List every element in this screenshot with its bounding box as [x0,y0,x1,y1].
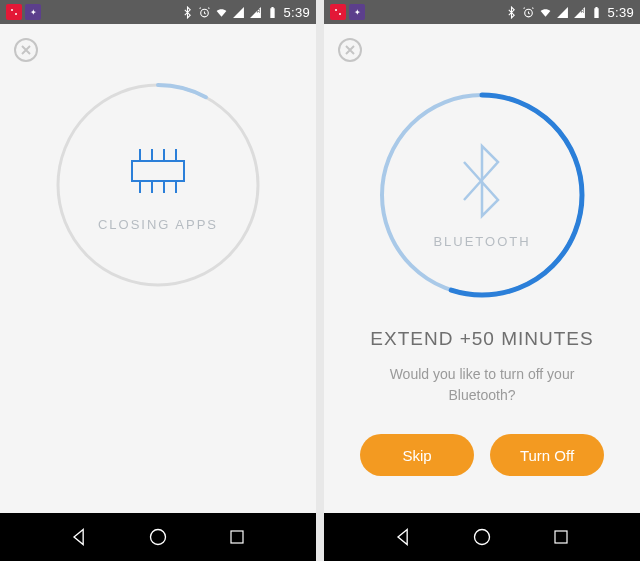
turn-off-button[interactable]: Turn Off [490,434,604,476]
clock-time: 5:39 [283,5,310,20]
svg-point-18 [335,9,337,11]
notification-app-icon [6,4,22,20]
back-button[interactable] [68,526,90,548]
svg-text:✦: ✦ [354,8,361,17]
progress-ring: CLOSING APPS [53,80,263,290]
android-nav-bar [0,513,316,561]
phone-screen-left: ✦ R 5:39 [0,0,316,561]
signal-icon [232,6,245,19]
prompt-text: Would you like to turn off your Bluetoot… [338,364,626,406]
progress-label: BLUETOOTH [433,234,530,249]
close-icon [345,45,355,55]
button-row: Skip Turn Off [338,434,626,476]
skip-button[interactable]: Skip [360,434,474,476]
signal-icon [556,6,569,19]
home-icon [472,527,492,547]
progress-ring: BLUETOOTH [377,90,587,300]
status-bar: ✦ R 5:39 [0,0,316,24]
notification-app-icon [330,4,346,20]
svg-rect-7 [132,161,184,181]
home-icon [148,527,168,547]
back-icon [393,527,413,547]
bluetooth-icon [181,6,194,19]
svg-point-19 [339,13,341,15]
bluetooth-icon [505,6,518,19]
bluetooth-icon [456,142,508,220]
signal-icon: R [573,6,586,19]
headline-text: EXTEND +50 MINUTES [338,328,626,350]
home-button[interactable] [471,526,493,548]
screen-content: BLUETOOTH EXTEND +50 MINUTES Would you l… [324,24,640,513]
battery-icon [590,6,603,19]
svg-text:R: R [581,8,585,14]
svg-rect-26 [555,531,567,543]
phone-screen-right: ✦ R 5:39 BLUETOOTH [324,0,640,561]
notification-app-icon: ✦ [25,4,41,20]
progress-label: CLOSING APPS [98,217,218,232]
wifi-icon [539,6,552,19]
square-icon [552,528,570,546]
recent-apps-button[interactable] [226,526,248,548]
status-bar: ✦ R 5:39 [324,0,640,24]
close-icon [21,45,31,55]
svg-point-16 [150,530,165,545]
svg-point-1 [15,13,17,15]
back-icon [69,527,89,547]
square-icon [228,528,246,546]
back-button[interactable] [392,526,414,548]
clock-time: 5:39 [607,5,634,20]
wifi-icon [215,6,228,19]
close-button[interactable] [338,38,362,62]
alarm-icon [522,6,535,19]
chip-icon [120,139,196,203]
android-nav-bar [324,513,640,561]
svg-rect-17 [231,531,243,543]
svg-point-0 [11,9,13,11]
home-button[interactable] [147,526,169,548]
screen-content: CLOSING APPS [0,24,316,513]
svg-text:R: R [257,8,261,14]
close-button[interactable] [14,38,38,62]
recent-apps-button[interactable] [550,526,572,548]
svg-point-25 [474,530,489,545]
notification-app-icon: ✦ [349,4,365,20]
svg-text:✦: ✦ [30,8,37,17]
signal-icon: R [249,6,262,19]
battery-icon [266,6,279,19]
alarm-icon [198,6,211,19]
